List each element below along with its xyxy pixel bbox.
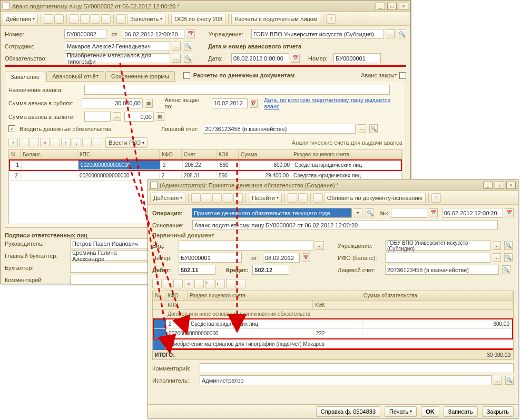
select-icon[interactable]: … xyxy=(113,112,121,121)
titlebar-1[interactable]: Аванс подотчетному лицу БУ0000002 от 06.… xyxy=(1,1,410,12)
copy-icon[interactable] xyxy=(19,138,28,147)
buh-input[interactable] xyxy=(70,263,149,273)
refresh-button[interactable]: Обновить по документу-основанию xyxy=(324,193,426,203)
tb-icon[interactable] xyxy=(313,193,323,203)
deb-input[interactable]: 502.11 xyxy=(179,265,215,275)
select-icon[interactable]: … xyxy=(494,376,502,385)
nomer-input[interactable]: БУ0000002 xyxy=(64,29,106,39)
kred-input[interactable]: 502.12 xyxy=(252,265,289,275)
lens-icon[interactable]: 🔍 xyxy=(504,241,513,250)
close-button-2[interactable]: Закрыть xyxy=(482,406,514,417)
max-button[interactable]: □ xyxy=(495,182,504,189)
calc-icon[interactable]: ▦ xyxy=(145,99,153,108)
uchr2-input[interactable]: ГОБУ ВПО Университет искусств (Субсидия) xyxy=(385,241,490,251)
tb-icon[interactable] xyxy=(116,14,126,24)
ruk-input[interactable]: Петров Павел Иванович xyxy=(70,238,149,248)
goto-button[interactable]: Перейти▾ xyxy=(249,193,282,203)
currency-input[interactable] xyxy=(84,112,111,122)
select-icon[interactable]: … xyxy=(172,54,181,63)
tab-zayav[interactable]: Заявление xyxy=(5,72,45,82)
actions-button[interactable]: Действия▾ xyxy=(3,14,38,24)
tb-icon[interactable] xyxy=(298,193,308,203)
dropdown-icon[interactable]: ▾ xyxy=(354,208,362,217)
max-button[interactable]: □ xyxy=(387,3,397,10)
up-icon[interactable]: ↑ xyxy=(205,279,214,288)
grid-row-highlighted[interactable]: 1 00200000000000000 2 208.22 560 600,00 … xyxy=(9,159,402,171)
kom2-input[interactable] xyxy=(200,363,514,373)
tb-icon[interactable] xyxy=(54,14,64,24)
lich-input[interactable]: 20736123458 (в казначействе) xyxy=(203,124,356,134)
delete-icon[interactable]: × xyxy=(40,138,50,147)
calendar-icon[interactable]: 📅 xyxy=(302,253,310,262)
close-button[interactable]: × xyxy=(506,182,516,189)
vvesti-button[interactable]: Ввести РКО▾ xyxy=(105,137,148,148)
down-icon[interactable]: ↓ xyxy=(72,138,81,147)
min-button[interactable]: _ xyxy=(376,3,385,10)
delete-icon[interactable]: × xyxy=(184,279,193,288)
select-icon[interactable]: … xyxy=(172,42,181,51)
sort-icon[interactable] xyxy=(93,138,102,147)
nomer2-input[interactable]: БУ0000001 xyxy=(333,53,381,63)
edit-icon[interactable] xyxy=(173,279,183,288)
select-icon[interactable]: … xyxy=(358,124,366,133)
tb-icon[interactable] xyxy=(223,193,232,203)
lens-icon[interactable]: 🔍 xyxy=(184,54,192,63)
copy-icon[interactable] xyxy=(163,279,172,288)
select-icon[interactable]: … xyxy=(316,241,324,250)
lens-icon[interactable]: 🔍 xyxy=(505,376,514,385)
tb-icon[interactable] xyxy=(101,14,111,24)
lens-icon[interactable]: 🔍 xyxy=(502,265,510,274)
calendar-icon[interactable]: 📅 xyxy=(250,99,258,108)
fill-button[interactable]: Заполнить▾ xyxy=(127,14,165,24)
tb-icon[interactable] xyxy=(44,14,53,24)
tb-icon[interactable] xyxy=(288,193,297,203)
osn-input[interactable]: Аванс подотчетному лицу БУ0000002 от 06.… xyxy=(192,220,498,230)
vydan-input[interactable]: 10.02.2012 xyxy=(212,98,248,108)
tab-report[interactable]: Авансовый отчёт xyxy=(46,71,104,81)
min-button[interactable]: _ xyxy=(483,182,493,189)
tb-icon[interactable] xyxy=(212,193,222,203)
date2-input[interactable]: 08.02.2012 0:00:00 xyxy=(231,53,289,63)
uchr-input[interactable]: ГОБУ ВПО Университет искусств (Субсидия) xyxy=(251,29,384,39)
sort-icon[interactable] xyxy=(226,279,235,288)
add-icon[interactable]: + xyxy=(152,279,162,288)
up-icon[interactable]: ↑ xyxy=(61,138,71,147)
help-icon[interactable]: ? xyxy=(431,193,441,203)
down-icon[interactable]: ↓ xyxy=(215,279,225,288)
lens-icon[interactable]: 🔍 xyxy=(369,124,378,133)
rbd-checkbox[interactable] xyxy=(183,72,190,79)
select-icon[interactable]: … xyxy=(493,253,501,262)
tb-icon[interactable] xyxy=(202,193,211,203)
lens-icon[interactable]: 🔍 xyxy=(504,253,513,262)
closed-checkbox[interactable] xyxy=(399,72,406,79)
nazn-input[interactable] xyxy=(84,85,390,95)
lens-icon[interactable]: 🔍 xyxy=(366,208,374,217)
nomer2-input[interactable]: БУ0000001 xyxy=(179,253,242,263)
tb-icon[interactable] xyxy=(80,14,90,24)
titlebar-2[interactable]: (Администратор): Принятое денежное обяза… xyxy=(148,179,518,191)
grid-obligation[interactable]: N КФО Раздел лицевого счета Сумма обязат… xyxy=(152,291,514,360)
ifo-input[interactable] xyxy=(385,253,490,263)
oblig-input[interactable]: Приобретение материалов для типографи xyxy=(65,53,170,63)
calendar-icon[interactable]: 📅 xyxy=(505,208,514,217)
vydan-hint[interactable]: Дата, по которую подотчетному лицу выдае… xyxy=(264,97,402,109)
calendar-icon[interactable]: 📅 xyxy=(291,54,300,63)
save-button[interactable]: Записать xyxy=(444,406,478,417)
calendar-icon[interactable]: 📅 xyxy=(186,29,195,38)
gb-input[interactable]: Еремина Галина Александро xyxy=(70,251,149,261)
sort-icon[interactable] xyxy=(82,138,92,147)
ot-input[interactable]: 06.02.2012 12:00:20 xyxy=(123,29,184,39)
ok-button[interactable]: OK xyxy=(421,406,439,417)
num-input[interactable] xyxy=(391,208,427,218)
vid-input[interactable] xyxy=(179,241,313,251)
sotr-input[interactable]: Макаров Алексей Геннадьевич xyxy=(65,41,170,51)
calc-icon[interactable]: ▦ xyxy=(156,112,164,121)
vvod-checkbox[interactable]: ✓ xyxy=(8,125,15,132)
sumval-input[interactable]: 0,00 xyxy=(124,112,154,122)
tb-icon[interactable] xyxy=(191,193,201,203)
tb-icon[interactable] xyxy=(51,138,60,147)
sumrub-input[interactable]: 30 000,00 xyxy=(82,98,143,108)
kom-input[interactable] xyxy=(70,275,149,285)
tb-icon[interactable] xyxy=(194,279,204,288)
tb-icon[interactable] xyxy=(91,14,100,24)
